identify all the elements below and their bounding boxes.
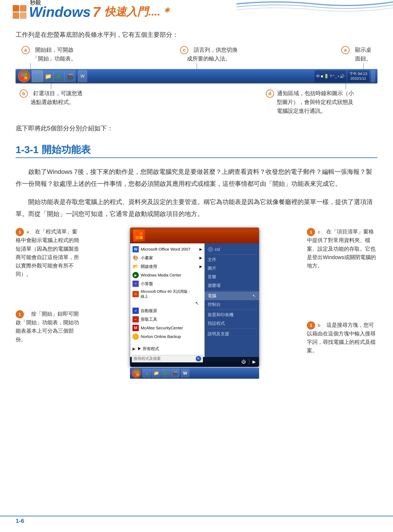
start-menu-ui[interactable]: W Microsoft Office Word 2007 ▶ 🎨 小畫家 ▶ <box>130 228 259 367</box>
sm-search-box[interactable]: 搜尋程式及檔案 🔍 <box>132 355 203 363</box>
sm-search-button[interactable]: 🔍 <box>196 356 201 362</box>
annot-1a: 1 a 。 在「程式清單」窗格中會顯示電腦上程式的簡短清單（因為您的電腦製造商可… <box>16 228 82 278</box>
sm-shutdown-btn[interactable]: ⏻ <box>241 359 246 364</box>
sm-arrow-btn[interactable]: ▶ <box>252 359 256 364</box>
sm-right-divider4 <box>206 328 257 329</box>
sm-right-games[interactable]: 遊樂場 <box>205 281 259 290</box>
speaker-icon: 🔊 <box>340 74 345 79</box>
annotation-d: d. 通知區域，包括時鐘和圖示（小 型圖片），會與特定程式狀態及 電腦設定進行通… <box>266 89 354 115</box>
taskbar-movie-btn[interactable]: 🎬 <box>64 70 76 82</box>
right-annotations: 1 c 。 在「項目清單」窗格中提供了對常用資料夾、檔案、設定及功能的存取。它也… <box>307 228 377 361</box>
sm-start-btn[interactable] <box>132 368 141 378</box>
left-annotations: 1 a 。 在「程式清單」窗格中會顯示電腦上程式的簡短清單（因為您的電腦製造商可… <box>16 228 82 349</box>
sm-left-panel: W Microsoft Office Word 2007 ▶ 🎨 小畫家 ▶ <box>130 243 205 357</box>
svg-rect-12 <box>134 371 136 373</box>
sm-right-devices[interactable]: 裝置和印表機 <box>205 311 259 319</box>
sm-body: W Microsoft Office Word 2007 ▶ 🎨 小畫家 ▶ <box>130 243 259 357</box>
svg-rect-13 <box>137 371 139 373</box>
miaosa-text: 秒殺 <box>30 0 41 6</box>
mcafee-icon: M <box>133 325 139 331</box>
sm-right-csl[interactable]: csl <box>205 245 259 254</box>
svg-rect-10 <box>136 236 139 239</box>
input-method-icon: 中 <box>316 74 320 79</box>
paint-icon: 🎨 <box>133 255 139 261</box>
cursor-area: ↖ <box>130 300 205 306</box>
start-menu-section: 1 a 。 在「程式清單」窗格中會顯示電腦上程式的簡短清單（因為您的電腦製造商可… <box>16 228 377 379</box>
svg-rect-9 <box>140 232 143 235</box>
start-menu-ui-container: W Microsoft Office Word 2007 ▶ 🎨 小畫家 ▶ <box>90 228 299 379</box>
monitor-icon: ▪ <box>338 74 339 78</box>
taskbar-ie-btn[interactable]: e <box>32 70 43 82</box>
network-icon: ■ <box>321 74 323 79</box>
sm-item-open[interactable]: 📂 開啟使用 ▶ <box>130 262 205 271</box>
taskbar-bar: e 📁 ▶ 🎬 W 中 ■ 🔋 <box>16 69 377 83</box>
svg-rect-5 <box>25 73 27 76</box>
chapter-num: 1-3-1 <box>16 144 39 155</box>
taskbar-right: 中 ■ 🔋 ? ^ _ ▪ 🔊 下午 04:13 2010/1/12 <box>314 70 375 82</box>
auto-icon: ↺ <box>133 308 139 314</box>
page-number: 1-6 <box>16 517 24 524</box>
svg-rect-8 <box>136 232 139 235</box>
annotation-e: e。 顯示桌 面鈕。 <box>341 46 372 63</box>
annot-1b2: 1 b 。 這是搜尋方塊，您可以藉由在這個方塊中輸入搜尋字詞，尋找電腦上的程式及… <box>307 321 377 355</box>
calc-icon: = <box>133 281 139 287</box>
annotation-c: c。 語言列，供您切換 成所要的輸入法。 <box>180 46 238 63</box>
svg-rect-14 <box>134 374 136 376</box>
annot-1c: 1 c 。 在「項目清單」窗格中提供了對常用資料夾、檔案、設定及功能的存取。它也… <box>307 228 377 270</box>
sm-item-calc[interactable]: = 小算盤 <box>130 279 205 288</box>
sm-item-snip[interactable]: ✂ 剪取工具 <box>130 315 205 324</box>
sm-right-pics[interactable]: 圖片 <box>205 264 259 273</box>
sm-tb-media[interactable]: ▶ <box>161 369 170 378</box>
subtitle-text: 快速入門....＊ <box>104 5 171 19</box>
annotation-b: b。 釘選項目，可讓您透 過點選啟動程式。 <box>20 89 83 115</box>
snip-icon: ✂ <box>133 316 139 323</box>
sm-right-control[interactable]: 控制台 <box>205 300 259 309</box>
svg-rect-4 <box>21 73 24 76</box>
wmc-icon: ▶ <box>133 272 139 278</box>
sm-item-wmc[interactable]: ▶ Windows Media Center <box>130 271 205 279</box>
systray: 中 ■ 🔋 ? ^ _ ▪ 🔊 <box>314 70 346 82</box>
taskbar-folder-btn[interactable]: 📁 <box>43 70 54 82</box>
sm-right-help[interactable]: 說明及支援 <box>205 329 259 338</box>
sm-item-auto[interactable]: ↺ 自動復原 <box>130 306 205 315</box>
sm-tb-movie[interactable]: 🎬 <box>171 369 179 378</box>
sm-right-computer[interactable]: 電腦 ↖ <box>205 292 259 300</box>
svg-rect-11 <box>140 236 143 239</box>
sm-taskbar: e 📁 ▶ 🎬 W <box>130 368 259 379</box>
show-desktop-button[interactable] <box>371 70 375 82</box>
annotation-a: a。 開始鈕，可開啟 「開始」功能表。 <box>21 46 76 63</box>
windows-flag-icon <box>12 4 27 20</box>
open-icon: 📂 <box>133 263 139 270</box>
sm-right-defaults[interactable]: 預設程式 <box>205 319 259 328</box>
office-icon: O <box>133 291 139 297</box>
sm-item-word[interactable]: W Microsoft Office Word 2007 ▶ <box>130 245 205 254</box>
svg-rect-7 <box>25 77 27 79</box>
start-button[interactable] <box>18 70 30 82</box>
svg-rect-6 <box>21 77 24 79</box>
sm-tb-folder[interactable]: 📁 <box>152 369 161 378</box>
wifi-icon: _ <box>335 74 337 78</box>
sm-all-programs[interactable]: ▶ ▶ 所有程式 <box>130 345 205 353</box>
taskbar-media-btn[interactable]: ▶ <box>54 70 64 82</box>
sm-item-paint[interactable]: 🎨 小畫家 ▶ <box>130 254 205 262</box>
sm-tb-word[interactable]: W <box>181 369 189 378</box>
annot-1b: 1 。 按「開始」鈕即可開啟「開始」功能表，開始功能表基本上可分為三個部份。 <box>16 310 82 344</box>
sm-item-office[interactable]: O Microsoft Office 60 天試用版 -線上 <box>130 288 205 300</box>
battery-icon: 🔋 <box>324 74 329 79</box>
taskbar-intro: 工作列是在您螢幕底部的長條水平列，它有五個主要部分： <box>16 30 377 40</box>
arrow-icon: ^ <box>333 74 334 78</box>
sm-item-mcafee[interactable]: M McAfee SecurityCenter <box>130 324 205 332</box>
svg-rect-15 <box>137 374 139 376</box>
svg-rect-3 <box>20 12 26 19</box>
sm-right-music[interactable]: 音樂 <box>205 273 259 281</box>
sm-right-docs[interactable]: 文件 <box>205 255 259 264</box>
sm-item-norton[interactable]: 🛡 Norton Online Backup <box>130 332 205 341</box>
norton-icon: 🛡 <box>133 333 139 340</box>
chapter-heading: 1-3-1 開始功能表 <box>16 143 377 158</box>
sm-tb-ie[interactable]: e <box>142 369 151 378</box>
taskbar-word-app[interactable]: W <box>78 70 87 82</box>
version-text: 7 <box>93 4 100 20</box>
bottom-annotations: b。 釘選項目，可讓您透 過點選啟動程式。 d. 通知區域，包括時鐘和圖示（小 … <box>16 89 377 115</box>
taskbar-diagram: a。 開始鈕，可開啟 「開始」功能表。 c。 語言列，供您切換 成所要的輸入法。… <box>16 46 377 115</box>
svg-rect-1 <box>20 5 26 12</box>
